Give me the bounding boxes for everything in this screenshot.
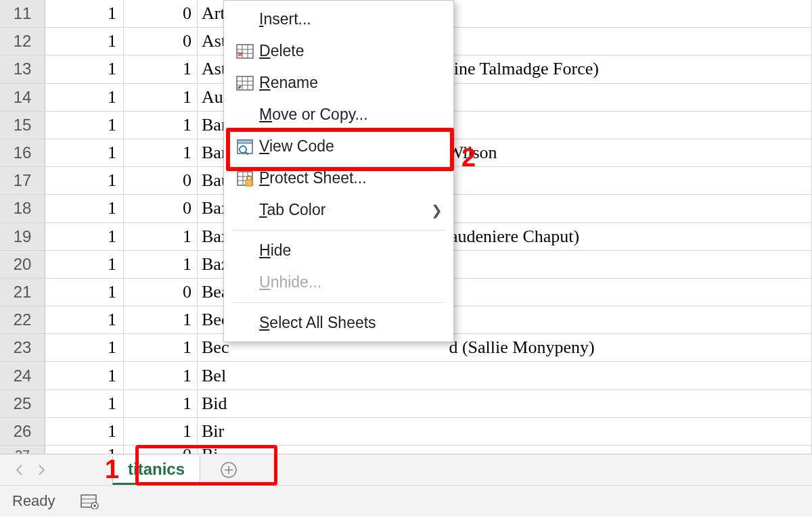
cell-b[interactable]: 1 bbox=[45, 306, 124, 333]
menu-move-or-copy[interactable]: Move or Copy... bbox=[224, 99, 453, 131]
cell-c[interactable]: 1 bbox=[124, 390, 198, 417]
cell-overflow: audeniere Chaput) bbox=[450, 227, 579, 247]
table-row[interactable]: 25 1 1 Bid bbox=[0, 390, 812, 418]
status-bar: Ready bbox=[0, 485, 812, 517]
menu-separator bbox=[232, 302, 445, 303]
sheet-tab-strip: titanics bbox=[0, 454, 812, 486]
cell-c[interactable]: 1 bbox=[124, 55, 198, 82]
cell-c[interactable]: 0 bbox=[124, 167, 198, 194]
cell-c[interactable]: 0 bbox=[124, 28, 198, 55]
chevron-right-icon: ❯ bbox=[431, 202, 443, 218]
cell-c[interactable]: 0 bbox=[124, 0, 198, 27]
svg-rect-0 bbox=[237, 45, 253, 58]
cell-c[interactable]: 0 bbox=[124, 195, 198, 222]
cell-c[interactable]: 1 bbox=[124, 362, 198, 389]
cell-c[interactable]: 1 bbox=[124, 112, 198, 139]
row-header[interactable]: 24 bbox=[0, 362, 45, 389]
annotation-box-2 bbox=[226, 128, 454, 171]
cell-c[interactable]: 1 bbox=[124, 251, 198, 278]
cell-c[interactable]: 1 bbox=[124, 418, 198, 445]
table-row[interactable]: 24 1 1 Bel bbox=[0, 362, 812, 389]
row-header[interactable]: 19 bbox=[0, 223, 45, 250]
menu-select-all-sheets[interactable]: Select All Sheets bbox=[224, 307, 453, 339]
cell-b[interactable]: 1 bbox=[45, 195, 124, 222]
tab-nav-prev[interactable] bbox=[9, 460, 28, 479]
cell-b[interactable]: 1 bbox=[45, 223, 124, 250]
menu-label: Move or Copy... bbox=[259, 105, 443, 124]
menu-insert[interactable]: Insert... bbox=[224, 3, 453, 35]
menu-tab-color[interactable]: Tab Color ❯ bbox=[224, 194, 453, 226]
delete-icon bbox=[231, 44, 259, 59]
cell-b[interactable]: 1 bbox=[45, 390, 124, 417]
svg-point-27 bbox=[93, 504, 96, 507]
cell-d[interactable]: Bir bbox=[198, 418, 812, 445]
cell-b[interactable]: 1 bbox=[45, 0, 124, 27]
cell-b[interactable]: 1 bbox=[45, 251, 124, 278]
cell-b[interactable]: 1 bbox=[45, 279, 124, 306]
menu-label: Delete bbox=[259, 42, 443, 60]
cell-c[interactable]: 1 bbox=[124, 334, 198, 361]
row-header[interactable]: 13 bbox=[0, 55, 45, 82]
row-header[interactable]: 15 bbox=[0, 112, 45, 139]
sheet-context-menu: Insert... Delete Rename Move or Copy... … bbox=[223, 0, 454, 342]
cell-b[interactable]: 1 bbox=[45, 84, 124, 111]
cell-text: Ast bbox=[202, 59, 226, 79]
cell-c[interactable]: 0 bbox=[124, 279, 198, 306]
row-header[interactable]: 21 bbox=[0, 279, 45, 306]
row-header[interactable]: 23 bbox=[0, 334, 45, 361]
protect-icon bbox=[231, 170, 259, 187]
menu-label: Select All Sheets bbox=[259, 314, 443, 332]
row-header[interactable]: 16 bbox=[0, 139, 45, 166]
status-ready: Ready bbox=[12, 492, 55, 510]
row-header[interactable]: 17 bbox=[0, 167, 45, 194]
row-header[interactable]: 11 bbox=[0, 0, 45, 27]
row-header[interactable]: 18 bbox=[0, 195, 45, 222]
cell-b[interactable]: 1 bbox=[45, 112, 124, 139]
menu-hide[interactable]: Hide bbox=[224, 235, 453, 266]
annotation-box-1 bbox=[135, 445, 277, 486]
cell-d[interactable]: Bel bbox=[198, 362, 812, 389]
cell-c[interactable]: 1 bbox=[124, 223, 198, 250]
cell-b[interactable]: 1 bbox=[45, 362, 124, 389]
cell-b[interactable]: 1 bbox=[45, 418, 124, 445]
cell-c[interactable]: 1 bbox=[124, 84, 198, 111]
annotation-label-1: 1 bbox=[105, 456, 119, 482]
annotation-label-2: 2 bbox=[461, 145, 476, 170]
table-row[interactable]: 26 1 1 Bir bbox=[0, 418, 812, 446]
menu-label: Unhide... bbox=[259, 273, 443, 291]
menu-rename[interactable]: Rename bbox=[224, 67, 453, 99]
row-header[interactable]: 14 bbox=[0, 84, 45, 111]
macro-record-icon[interactable] bbox=[80, 493, 99, 509]
menu-label: Insert... bbox=[259, 10, 443, 28]
menu-label: Protect Sheet... bbox=[259, 169, 443, 187]
menu-label: Rename bbox=[259, 74, 443, 92]
cell-b[interactable]: 1 bbox=[45, 334, 124, 361]
tab-nav-next[interactable] bbox=[32, 460, 51, 479]
excel-window: 11 1 0 Art 12 1 0 Ast 13 1 1 Astxxxxxxxx… bbox=[0, 0, 812, 520]
cell-b[interactable]: 1 bbox=[45, 28, 124, 55]
menu-separator bbox=[232, 230, 445, 231]
cell-b[interactable]: 1 bbox=[45, 139, 124, 166]
rename-icon bbox=[231, 76, 259, 91]
row-header[interactable]: 22 bbox=[0, 306, 45, 333]
menu-delete[interactable]: Delete bbox=[224, 35, 453, 67]
row-header[interactable]: 12 bbox=[0, 28, 45, 55]
row-header[interactable]: 26 bbox=[0, 418, 45, 445]
menu-label: Tab Color bbox=[259, 201, 431, 219]
cell-c[interactable]: 1 bbox=[124, 306, 198, 333]
cell-b[interactable]: 1 bbox=[45, 167, 124, 194]
cell-overflow: d (Sallie Monypeny) bbox=[449, 337, 594, 358]
row-header[interactable]: 25 bbox=[0, 390, 45, 417]
svg-rect-19 bbox=[246, 180, 252, 186]
cell-d[interactable]: Bid bbox=[198, 390, 812, 417]
cell-b[interactable]: 1 bbox=[45, 55, 124, 82]
row-header[interactable]: 20 bbox=[0, 251, 45, 278]
cell-overflow: eine Talmadge Force) bbox=[446, 59, 599, 79]
menu-unhide: Unhide... bbox=[224, 266, 453, 298]
cell-c[interactable]: 1 bbox=[124, 139, 198, 166]
menu-label: Hide bbox=[259, 241, 443, 260]
